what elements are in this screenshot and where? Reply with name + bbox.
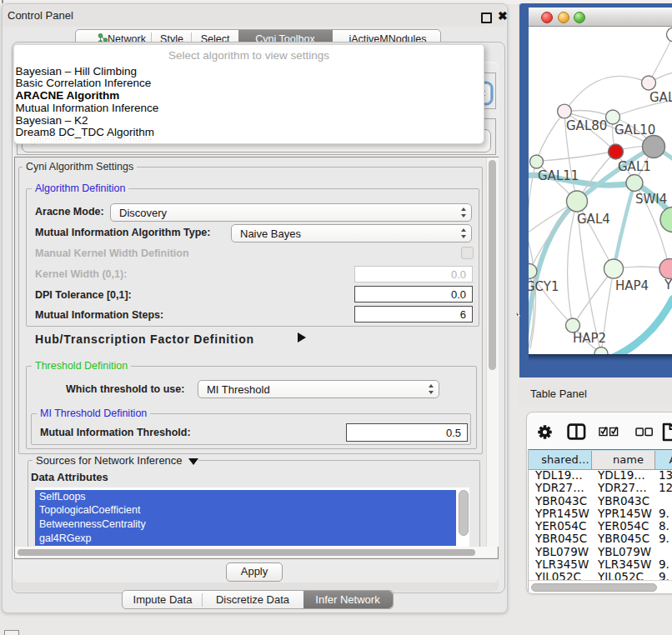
scrollbar-thumb[interactable]	[531, 583, 657, 592]
window-corner-tick	[2, 0, 3, 3]
popup-item[interactable]: Basic Correlation Inference	[16, 77, 159, 89]
control-panel-titlebar[interactable]	[3, 4, 505, 27]
column-header-name[interactable]: name	[592, 451, 655, 469]
mouse-cursor	[514, 311, 522, 318]
popup-item[interactable]: ARACNE Algorithm	[16, 89, 159, 102]
attribute-list-item[interactable]: SelfLoops	[35, 490, 456, 504]
table-row[interactable]: YPR145WYPR145W9.	[529, 508, 672, 520]
scrollbar-thumb[interactable]	[459, 490, 469, 536]
combo-arrows-icon	[461, 228, 467, 238]
mi-type-value: Naive Bayes	[240, 225, 301, 242]
expand-right-icon[interactable]	[298, 332, 306, 342]
network-edge[interactable]	[564, 76, 649, 112]
mi-steps-value: 6	[460, 307, 466, 322]
network-node[interactable]	[660, 208, 672, 232]
which-threshold-combobox[interactable]: MI Threshold	[198, 380, 439, 398]
network-node-hap4[interactable]	[604, 259, 624, 278]
popup-item[interactable]: Mutual Information Inference	[16, 102, 159, 114]
minimize-traffic-light[interactable]	[558, 12, 569, 23]
table-row[interactable]: YBR045CYBR045C9.	[529, 532, 672, 545]
popup-item[interactable]: Bayesian – K2	[16, 114, 159, 127]
new-document-icon[interactable]	[662, 422, 672, 442]
bottom-left-widget[interactable]	[4, 630, 19, 635]
table-row[interactable]: YBR043CYBR043C	[529, 495, 672, 508]
network-node-gal80[interactable]	[558, 104, 572, 118]
dpi-tolerance-field[interactable]: 0.0	[354, 286, 473, 302]
aracne-mode-value: Discovery	[119, 204, 167, 221]
mi-type-combobox[interactable]: Naive Bayes	[231, 224, 472, 242]
manual-kernel-checkbox[interactable]	[461, 247, 474, 259]
column-header-shared-name[interactable]: shared…	[529, 451, 592, 469]
table-cell: YDL19…	[535, 469, 583, 482]
network-node-gal1[interactable]	[609, 144, 624, 159]
network-node-gal2[interactable]	[642, 76, 656, 90]
mi-threshold-field[interactable]: 0.5	[346, 423, 468, 442]
kernel-width-label: Kernel Width (0,1):	[35, 268, 127, 280]
popup-item[interactable]: Bayesian – Hill Climbing	[16, 65, 159, 78]
network-edge-highlighted[interactable]	[614, 183, 634, 269]
gear-icon[interactable]	[538, 425, 552, 439]
mi-threshold-value: 0.5	[446, 424, 461, 441]
network-edge[interactable]	[536, 152, 615, 162]
network-node-y[interactable]	[659, 259, 672, 279]
data-attributes-list[interactable]: SelfLoopsTopologicalCoefficientBetweenne…	[35, 488, 469, 547]
table-row[interactable]: YDR27…YDR27…12	[529, 482, 672, 494]
mi-steps-field[interactable]: 6	[354, 306, 473, 322]
list-vertical-scrollbar[interactable]	[457, 488, 469, 547]
popup-placeholder-item[interactable]: Select algorithm to view settings	[14, 49, 484, 62]
table-row[interactable]: YDL19…YDL19…13	[529, 469, 672, 482]
attribute-list-item[interactable]: gal4RGexp	[35, 532, 456, 546]
mi-threshold-title: MI Threshold Definition	[37, 408, 150, 419]
column-header-partial[interactable]: A	[655, 451, 672, 469]
close-traffic-light[interactable]	[541, 12, 553, 23]
network-node-swi4[interactable]	[626, 175, 643, 192]
tab-infer-network[interactable]: Infer Network	[315, 591, 379, 608]
hub-definition-label: Hub/Transcription Factor Definition	[35, 332, 254, 346]
network-canvas[interactable]: GAL2GAL80GAL10GAL1GAL11SWI4GAL4GCY1HAP4Y…	[529, 27, 672, 354]
network-window-titlebar[interactable]	[529, 8, 672, 27]
popup-item-list: Bayesian – Hill ClimbingBasic Correlatio…	[16, 65, 159, 139]
popup-item[interactable]: Dream8 DC_TDC Algorithm	[16, 126, 159, 138]
network-node[interactable]	[667, 28, 672, 42]
close-icon[interactable]: ✖	[498, 9, 508, 22]
network-node-label: GAL4	[577, 212, 610, 227]
checked-columns-icon[interactable]	[599, 426, 619, 437]
network-edge-highlighted[interactable]	[612, 299, 672, 355]
aracne-mode-combobox[interactable]: Discovery	[110, 203, 472, 222]
network-node[interactable]	[643, 136, 665, 158]
float-window-icon[interactable]	[481, 12, 492, 23]
table-cell: YPR145W	[535, 508, 589, 520]
scrollbar-thumb[interactable]	[489, 160, 496, 370]
table-row[interactable]: YLR345WYLR345W9.	[529, 558, 672, 571]
table-row[interactable]: YER054CYER054C8.	[529, 520, 672, 532]
attribute-list-item[interactable]: TopologicalCoefficient	[35, 503, 456, 518]
table-cell: YER054C	[535, 520, 586, 532]
kernel-width-field[interactable]: 0.0	[354, 266, 473, 282]
apply-button[interactable]: Apply	[226, 562, 283, 582]
unchecked-columns-icon[interactable]	[635, 428, 653, 437]
data-attributes-label: Data Attributes	[31, 471, 108, 483]
network-node-label: HAP4	[615, 278, 649, 293]
network-node-label: GAL2	[649, 90, 672, 105]
network-edge[interactable]	[649, 35, 672, 83]
network-node-gal4[interactable]	[567, 191, 588, 212]
collapse-down-icon[interactable]	[188, 458, 198, 465]
network-node-gal11[interactable]	[530, 155, 544, 168]
table-row[interactable]: YBL079WYBL079W	[529, 546, 672, 558]
network-node[interactable]	[594, 348, 608, 355]
scrollbar-thumb[interactable]	[18, 549, 475, 556]
tab-discretize-data[interactable]: Discretize Data	[216, 591, 289, 608]
attribute-list-item[interactable]: BetweennessCentrality	[35, 518, 456, 532]
network-node-label: HAP2	[573, 331, 606, 346]
table-cell: YBL079W	[598, 546, 651, 558]
split-view-icon[interactable]	[567, 423, 586, 440]
settings-vertical-scrollbar[interactable]	[486, 158, 499, 547]
tab-impute-data[interactable]: Impute Data	[133, 591, 193, 608]
table-horizontal-scrollbar[interactable]	[529, 580, 672, 592]
settings-horizontal-scrollbar[interactable]	[15, 547, 497, 558]
network-edge[interactable]	[568, 202, 577, 326]
algorithm-dropdown-popup: Select algorithm to view settings Bayesi…	[13, 44, 484, 144]
network-edge[interactable]	[536, 112, 564, 162]
table-body: YDL19…YDL19…13YDR27…YDR27…12YBR043CYBR04…	[529, 469, 672, 583]
zoom-traffic-light[interactable]	[574, 12, 585, 23]
